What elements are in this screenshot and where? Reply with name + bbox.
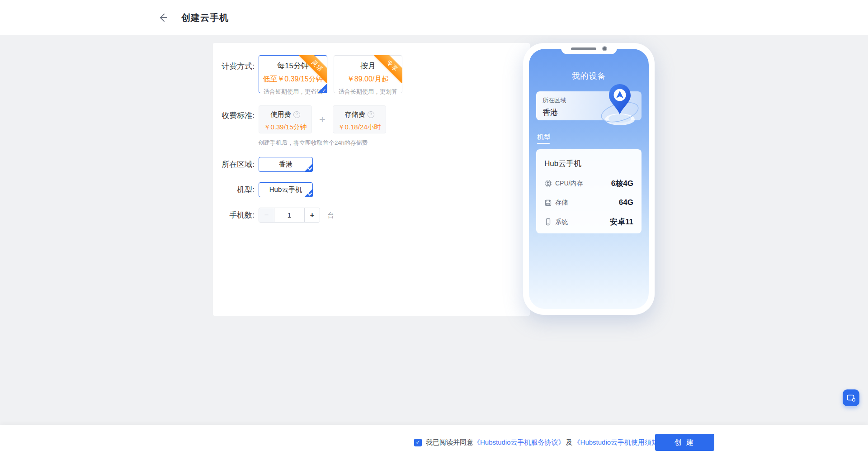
billing-option-price: 低至￥0.39/15分钟 [259,75,327,84]
capture-icon [847,394,855,402]
chevron-down-icon [307,166,311,170]
help-icon[interactable] [368,111,374,118]
storage-fee-name: 存储费 [345,110,365,119]
increase-button[interactable]: + [304,208,320,222]
model-label: 机型: [213,182,255,197]
fee-standard-label: 收费标准: [213,105,255,133]
agreement-checkbox[interactable] [414,439,422,446]
preview-model-section: 机型 [537,133,551,142]
billing-option-per-15min[interactable]: 每15分钟 低至￥0.39/15分钟 适合短期使用，更省钱 灵活 ✓ [259,55,327,93]
fee-standard-row: 收费标准: 使用费 ￥0.39/15分钟 + 存储费 ￥0.18/24小时 [213,105,386,133]
spec-row-storage: 存储 64G [544,198,633,207]
model-row: 机型: Hub云手机 [213,182,313,197]
region-value: 香港 [279,160,292,169]
billing-option-desc: 适合长期使用，更划算 [334,88,402,96]
arrow-left-icon [157,12,168,23]
floating-capture-button[interactable] [843,389,859,406]
spec-label: CPU/内存 [555,180,583,188]
phone-count-row: 手机数: − 1 + 台 [213,208,334,223]
region-select[interactable]: 香港 [259,157,313,172]
usage-fee-price: ￥0.39/15分钟 [259,123,311,132]
page-header: 创建云手机 [0,0,868,35]
phone-count-label: 手机数: [213,208,255,223]
storage-fee-price: ￥0.18/24小时 [333,123,386,132]
billing-option-price: ￥89.00/月起 [334,75,402,84]
region-row: 所在区域: 香港 [213,157,313,172]
phone-screen: 我的设备 所在区域 香港 机型 Hub云手机 [529,49,649,309]
create-button[interactable]: 创 建 [655,434,714,451]
service-agreement-link[interactable]: 《Hubstudio云手机服务协议》 [473,438,565,447]
footer-bar: 我已阅读并同意 《Hubstudio云手机服务协议》 及 《Hubstudio云… [0,425,868,460]
agreement-prefix: 我已阅读并同意 [426,438,473,447]
back-button[interactable] [156,11,170,24]
speaker-bar [571,47,596,50]
preview-device-card: Hub云手机 CPU/内存 6核4G 存储 64G 系统 [536,149,642,233]
chevron-down-icon [307,191,311,195]
preview-title: 我的设备 [529,71,649,81]
billing-option-desc: 适合短期使用，更省钱 [259,88,327,96]
billing-method-label: 计费方式: [213,55,255,93]
preview-region-value: 香港 [542,107,635,118]
usage-fee-name: 使用费 [271,110,291,119]
billing-option-title: 每15分钟 [259,61,327,71]
plus-separator: + [312,105,333,133]
model-select[interactable]: Hub云手机 [259,182,313,197]
cpu-icon [544,180,552,187]
spec-row-system: 系统 安卓11 [544,217,633,227]
phone-notch [561,43,617,54]
preview-region-card: 所在区域 香港 [536,91,642,120]
quantity-unit: 台 [327,208,334,223]
spec-row-cpu: CPU/内存 6核4G [544,178,633,189]
camera-dot [602,46,607,51]
fee-note: 创建手机后，将立即收取首个24h的存储费 [258,139,368,147]
spec-value: 6核4G [611,178,633,189]
preview-region-label: 所在区域 [542,96,635,104]
storage-fee-card: 存储费 ￥0.18/24小时 [333,105,386,133]
quantity-stepper: − 1 + [259,208,320,223]
model-value: Hub云手机 [269,185,302,194]
device-name: Hub云手机 [544,158,633,169]
phone-preview: 我的设备 所在区域 香港 机型 Hub云手机 [523,43,655,315]
usage-notice-link[interactable]: 《Hubstudio云手机使用须知》 [574,438,665,447]
help-icon[interactable] [293,111,300,118]
agreement-row: 我已阅读并同意 《Hubstudio云手机服务协议》 及 《Hubstudio云… [414,425,665,460]
spec-label: 系统 [555,218,568,226]
spec-value: 64G [619,198,633,207]
billing-option-monthly[interactable]: 按月 ￥89.00/月起 适合长期使用，更划算 专享 [334,55,402,93]
billing-option-title: 按月 [334,61,402,71]
spec-label: 存储 [555,199,568,207]
billing-method-row: 计费方式: 每15分钟 低至￥0.39/15分钟 适合短期使用，更省钱 灵活 ✓… [213,55,402,93]
check-icon: ✓ [322,88,326,93]
system-phone-icon [544,218,552,226]
page-title: 创建云手机 [181,12,229,24]
decrease-button[interactable]: − [259,208,274,222]
quantity-value[interactable]: 1 [274,208,304,222]
section-underline [537,143,550,144]
storage-icon [544,199,552,207]
spec-value: 安卓11 [610,217,633,227]
agreement-conjunction: 及 [566,438,573,447]
usage-fee-card: 使用费 ￥0.39/15分钟 [259,105,312,133]
region-label: 所在区域: [213,157,255,172]
create-form-panel: 计费方式: 每15分钟 低至￥0.39/15分钟 适合短期使用，更省钱 灵活 ✓… [213,43,530,316]
